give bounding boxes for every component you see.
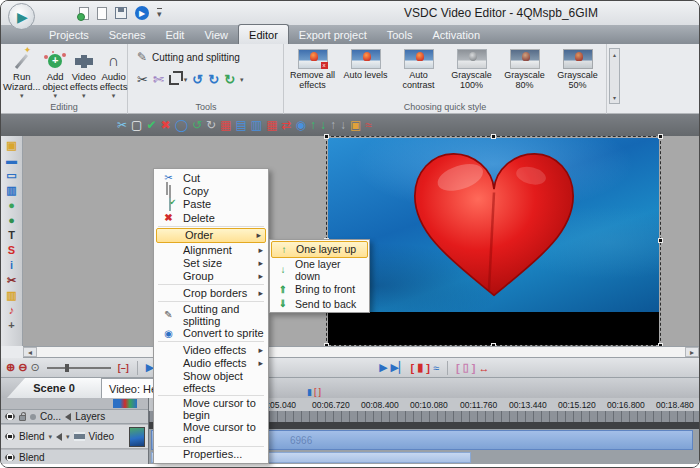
add-audio-icon[interactable]: ♪ bbox=[9, 304, 15, 317]
menu-activation[interactable]: Activation bbox=[422, 26, 490, 44]
audio-effects-button[interactable]: ∩ Audio effects ▾ bbox=[100, 48, 128, 100]
video-layer-row[interactable]: Blend ▾ ▾ Video bbox=[1, 425, 148, 449]
resize-handle[interactable] bbox=[658, 238, 663, 243]
preview-hscrollbar[interactable]: ◂ ▸ bbox=[23, 346, 699, 358]
expand-caret-icon[interactable]: ▾ bbox=[66, 433, 70, 441]
menu-tools[interactable]: Tools bbox=[377, 26, 423, 44]
visibility-eye-icon[interactable] bbox=[5, 454, 15, 461]
menu-scenes[interactable]: Scenes bbox=[99, 26, 156, 44]
speaker-icon[interactable] bbox=[56, 433, 62, 441]
cut-split-icon[interactable]: ✂ bbox=[7, 274, 16, 287]
cursor-head-icon[interactable] bbox=[113, 399, 137, 408]
add-image-icon[interactable]: ▣ bbox=[6, 139, 16, 152]
scroll-left-icon[interactable]: ◂ bbox=[23, 347, 37, 357]
menu-item-alignment[interactable]: Alignment ▸ bbox=[155, 243, 267, 256]
scroll-down-icon[interactable]: ▾ bbox=[613, 94, 616, 101]
tab-scene-0[interactable]: Scene 0 bbox=[7, 378, 101, 398]
add-ellipse-icon[interactable]: ● bbox=[8, 199, 15, 212]
zoom-out-icon[interactable]: ⊖ bbox=[18, 361, 27, 374]
marker-in-icon[interactable]: [ bbox=[411, 362, 415, 374]
rotate-cw-icon[interactable]: ↻ bbox=[208, 72, 219, 87]
scissors-tool-icon[interactable]: ✂ bbox=[137, 72, 148, 87]
fit-timeline-icon[interactable]: [–] bbox=[118, 363, 129, 373]
distribute-icon[interactable]: ▦ bbox=[266, 114, 277, 136]
submenu-item-send-to-back[interactable]: ⇓ Send to back bbox=[271, 296, 368, 311]
menu-item-audio-effects[interactable]: Audio effects ▸ bbox=[155, 356, 267, 369]
swap-order-icon[interactable]: ⇄ bbox=[281, 114, 291, 136]
zoom-in-icon[interactable]: ⊕ bbox=[6, 361, 15, 374]
strip-apply-icon[interactable]: ✔ bbox=[146, 114, 156, 136]
resize-handle[interactable] bbox=[658, 134, 663, 139]
scroll-up-icon[interactable]: ▴ bbox=[613, 51, 616, 58]
layer-down-icon[interactable]: ↓ bbox=[320, 114, 326, 136]
crop-tool-icon[interactable] bbox=[169, 75, 179, 85]
customize-toolbar-caret-icon[interactable]: ▾ bbox=[157, 8, 162, 19]
new-project-icon[interactable] bbox=[79, 7, 89, 20]
resize-handle[interactable] bbox=[491, 134, 496, 139]
visibility-eye-icon[interactable] bbox=[5, 413, 15, 420]
add-freeshape-icon[interactable]: ● bbox=[8, 214, 15, 227]
menu-view[interactable]: View bbox=[194, 26, 238, 44]
wave-edit-icon[interactable]: ≈ bbox=[433, 362, 439, 374]
menu-item-copy[interactable]: Copy bbox=[155, 184, 267, 197]
menu-item-show-object-effects[interactable]: Show object effects bbox=[155, 370, 267, 394]
add-text-icon[interactable]: T bbox=[8, 229, 15, 242]
submenu-item-one-layer-down[interactable]: ↓ One layer down bbox=[271, 258, 368, 282]
menu-item-cut[interactable]: ✂ Cut bbox=[155, 171, 267, 184]
menu-item-crop-borders[interactable]: Crop borders ▸ bbox=[155, 286, 267, 299]
next-frame-icon[interactable]: ▶▏ bbox=[391, 361, 408, 374]
selection-outline[interactable] bbox=[326, 136, 661, 346]
move-tool-icon[interactable]: + bbox=[8, 319, 14, 332]
redo-icon[interactable]: ↻ bbox=[206, 114, 216, 136]
add-tooltip-icon[interactable]: i bbox=[10, 259, 13, 272]
export-play-icon[interactable]: ▶ bbox=[135, 6, 149, 20]
undo-icon[interactable]: ↺ bbox=[192, 114, 202, 136]
menu-item-cutting-splitting[interactable]: ✎ Cutting and splitting bbox=[155, 303, 267, 327]
cutting-splitting-button[interactable]: ✎ Cutting and splitting bbox=[137, 48, 277, 66]
move-up-icon[interactable]: ↑ bbox=[330, 114, 336, 136]
menu-projects[interactable]: Projects bbox=[39, 26, 99, 44]
align-left-icon[interactable]: ▦ bbox=[220, 114, 231, 136]
add-rounded-rect-icon[interactable]: ▭ bbox=[6, 169, 16, 182]
region-in-icon[interactable]: [ bbox=[456, 362, 460, 374]
grayscale-100-button[interactable]: Grayscale 100% bbox=[445, 47, 498, 92]
submenu-item-one-layer-up[interactable]: ↑ One layer up bbox=[271, 241, 368, 258]
grayscale-50-button[interactable]: Grayscale 50% bbox=[551, 47, 604, 92]
menu-item-paste[interactable]: Paste bbox=[155, 198, 267, 211]
marker-out-icon[interactable]: ] bbox=[426, 362, 430, 374]
play-icon[interactable]: ▶ bbox=[379, 361, 387, 374]
scroll-right-icon[interactable]: ▸ bbox=[685, 347, 699, 357]
menu-export-project[interactable]: Export project bbox=[289, 26, 377, 44]
submenu-item-bring-to-front[interactable]: ⇑ Bring to front bbox=[271, 282, 368, 297]
region-block-icon[interactable]: ▯ bbox=[463, 361, 469, 374]
snapshot-icon[interactable]: ▣ bbox=[350, 114, 361, 136]
strip-paste-icon[interactable]: ▢ bbox=[131, 114, 142, 136]
menu-item-delete[interactable]: ✖ Delete bbox=[155, 211, 267, 224]
partial-layer-row[interactable]: Blend bbox=[1, 450, 148, 464]
region-out-icon[interactable]: ] bbox=[472, 362, 476, 374]
menu-edit[interactable]: Edit bbox=[155, 26, 194, 44]
auto-contrast-button[interactable]: Auto contrast bbox=[392, 47, 445, 92]
strip-delete-icon[interactable]: ✖ bbox=[160, 114, 170, 136]
menu-item-properties[interactable]: Properties... bbox=[155, 448, 267, 461]
swap-region-icon[interactable]: ↔ bbox=[478, 362, 489, 374]
marker-block-icon[interactable]: ▮ bbox=[417, 361, 423, 374]
timeline-cursor-marker[interactable]: ▮ [ ] bbox=[307, 387, 321, 397]
align-center-icon[interactable]: ▤ bbox=[235, 114, 246, 136]
menu-item-order[interactable]: Order ▸ bbox=[156, 228, 266, 243]
timeline-zoom-slider[interactable] bbox=[47, 367, 111, 369]
magnet-icon[interactable]: ≈ bbox=[365, 114, 372, 136]
save-project-icon[interactable] bbox=[115, 7, 127, 19]
menu-editor-active[interactable]: Editor bbox=[238, 24, 289, 44]
add-object-button[interactable]: + Add object ▾ bbox=[42, 48, 67, 100]
ribbon-scroll-control[interactable]: ▴ ▾ bbox=[609, 48, 620, 104]
blend-mode-label[interactable]: Blend bbox=[19, 431, 45, 442]
menu-item-move-cursor-end[interactable]: Move cursor to end bbox=[155, 421, 267, 445]
add-rect-icon[interactable]: ▬ bbox=[6, 154, 17, 167]
open-project-icon[interactable] bbox=[97, 7, 107, 20]
razor-tool-icon[interactable]: ✄ bbox=[153, 72, 164, 87]
align-right-icon[interactable]: ▥ bbox=[251, 114, 262, 136]
move-down-icon[interactable]: ↓ bbox=[340, 114, 346, 136]
run-wizard-button[interactable]: Run Wizard... ▾ bbox=[3, 48, 40, 100]
menu-item-move-cursor-begin[interactable]: Move cursor to begin bbox=[155, 397, 267, 421]
